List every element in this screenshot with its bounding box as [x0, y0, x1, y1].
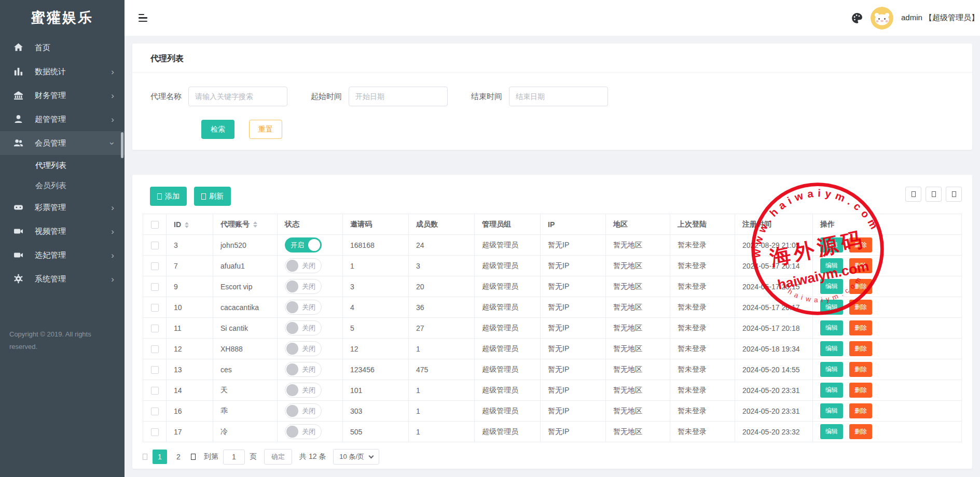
delete-button[interactable]: 删除 [849, 320, 872, 335]
status-toggle[interactable]: 关闭 [285, 320, 322, 335]
sidebar-subitem[interactable]: 会员列表 [0, 175, 125, 195]
select-all-checkbox[interactable] [151, 221, 159, 229]
refresh-button[interactable]: 刷新 [194, 187, 231, 206]
menu-toggle-icon[interactable] [139, 14, 149, 22]
chevron-down-icon [369, 453, 374, 458]
sidebar-subitem[interactable]: 代理列表 [0, 155, 125, 175]
cell-region: 暂无地区 [606, 276, 670, 297]
row-checkbox[interactable] [151, 408, 159, 415]
refresh-glyph-icon [201, 193, 206, 200]
sidebar-item[interactable]: 彩票管理› [0, 195, 125, 219]
row-checkbox[interactable] [151, 387, 159, 395]
status-toggle[interactable]: 关闭 [285, 341, 322, 356]
chevron-right-icon: › [111, 275, 114, 284]
agent-name-input[interactable] [188, 87, 287, 106]
delete-button[interactable]: 删除 [849, 341, 872, 356]
sidebar-item-label: 系统管理 [35, 274, 111, 284]
cell-invite-code: 123456 [343, 359, 409, 380]
agents-table: ID代理账号状态邀请码成员数管理员组IP地区上次登陆注册时间操作 3 john5… [143, 214, 962, 442]
page-button[interactable]: 2 [171, 450, 186, 464]
row-checkbox[interactable] [151, 325, 159, 332]
edit-button[interactable]: 编辑 [820, 383, 843, 398]
reset-button[interactable]: 重置 [249, 120, 282, 139]
status-toggle[interactable]: 关闭 [285, 279, 322, 294]
prev-page-button[interactable] [143, 454, 147, 460]
status-toggle[interactable]: 关闭 [285, 424, 322, 439]
table-tool-button[interactable] [905, 187, 921, 202]
row-checkbox[interactable] [151, 428, 159, 436]
status-toggle[interactable]: 关闭 [285, 403, 322, 418]
edit-button[interactable]: 编辑 [820, 279, 843, 294]
refresh-button-label: 刷新 [209, 192, 224, 201]
delete-button[interactable]: 删除 [849, 258, 872, 273]
start-time-label: 起始时间 [311, 92, 342, 102]
cell-status: 开启 [278, 235, 343, 256]
toggle-label: 关闭 [302, 324, 315, 333]
sort-icon[interactable] [185, 222, 189, 229]
sidebar-item[interactable]: 超管管理› [0, 107, 125, 131]
sidebar-item[interactable]: 数据统计› [0, 60, 125, 83]
edit-button[interactable]: 编辑 [820, 341, 843, 356]
delete-button[interactable]: 删除 [849, 383, 872, 398]
status-toggle[interactable]: 关闭 [285, 300, 322, 315]
delete-button[interactable]: 删除 [849, 300, 872, 315]
edit-button[interactable]: 编辑 [820, 258, 843, 273]
page-size-select[interactable]: 10 条/页 [333, 449, 379, 465]
row-checkbox[interactable] [151, 345, 159, 353]
sort-icon[interactable] [253, 221, 257, 228]
delete-button[interactable]: 删除 [849, 362, 872, 377]
row-checkbox[interactable] [151, 366, 159, 374]
edit-button[interactable]: 编辑 [820, 237, 843, 252]
user-avatar[interactable] [871, 7, 893, 30]
end-date-input[interactable] [509, 87, 608, 106]
status-toggle[interactable]: 开启 [285, 237, 322, 252]
delete-button[interactable]: 删除 [849, 424, 872, 439]
sidebar-item[interactable]: 选妃管理› [0, 243, 125, 267]
table-tool-button[interactable] [926, 187, 942, 202]
edit-button[interactable]: 编辑 [820, 424, 843, 439]
add-button[interactable]: 添加 [150, 187, 187, 206]
sidebar-item[interactable]: 会员管理› [0, 131, 125, 155]
row-checkbox[interactable] [151, 283, 159, 291]
sidebar-item[interactable]: 系统管理› [0, 267, 125, 291]
row-checkbox[interactable] [151, 242, 159, 249]
next-page-button[interactable] [191, 454, 196, 460]
sidebar-item[interactable]: 财务管理› [0, 83, 125, 107]
row-checkbox[interactable] [151, 262, 159, 270]
toggle-knob-icon [286, 280, 298, 292]
jump-confirm-button[interactable]: 确定 [264, 449, 292, 465]
search-button[interactable]: 检索 [201, 120, 234, 139]
cell-status: 关闭 [278, 297, 343, 318]
page-jump-input[interactable] [223, 450, 245, 465]
sidebar-item[interactable]: 首页 [0, 36, 125, 60]
status-toggle[interactable]: 关闭 [285, 383, 322, 398]
delete-button[interactable]: 删除 [849, 403, 872, 418]
edit-button[interactable]: 编辑 [820, 362, 843, 377]
page-button[interactable]: 1 [153, 450, 167, 464]
sidebar-item-label: 超管管理 [35, 115, 111, 124]
row-checkbox[interactable] [151, 304, 159, 312]
edit-button[interactable]: 编辑 [820, 320, 843, 335]
delete-button[interactable]: 删除 [849, 237, 872, 252]
edit-button[interactable]: 编辑 [820, 403, 843, 418]
edit-button[interactable]: 编辑 [820, 300, 843, 315]
sidebar-scrollbar[interactable] [121, 132, 123, 158]
table-tool-button[interactable] [946, 187, 962, 202]
add-button-label: 添加 [165, 192, 180, 201]
status-toggle[interactable]: 关闭 [285, 362, 322, 377]
user-menu[interactable]: admin 【超级管理员】 [901, 13, 979, 23]
sidebar-item[interactable]: 视频管理› [0, 219, 125, 243]
column-header[interactable]: 代理账号 [213, 214, 278, 235]
column-header: IP [541, 214, 606, 235]
delete-button[interactable]: 删除 [849, 279, 872, 294]
cell-account: Escort vip [213, 276, 278, 297]
cell-actions: 编辑 删除 [813, 318, 962, 339]
cell-admin-group: 超级管理员 [475, 297, 541, 318]
status-toggle[interactable]: 关闭 [285, 258, 322, 273]
theme-palette-icon[interactable] [851, 12, 863, 24]
end-time-label: 结束时间 [471, 92, 502, 102]
cell-account: XH888 [213, 339, 278, 359]
cell-member-count: 36 [409, 297, 475, 318]
column-header[interactable]: ID [167, 214, 213, 235]
start-date-input[interactable] [349, 87, 448, 106]
